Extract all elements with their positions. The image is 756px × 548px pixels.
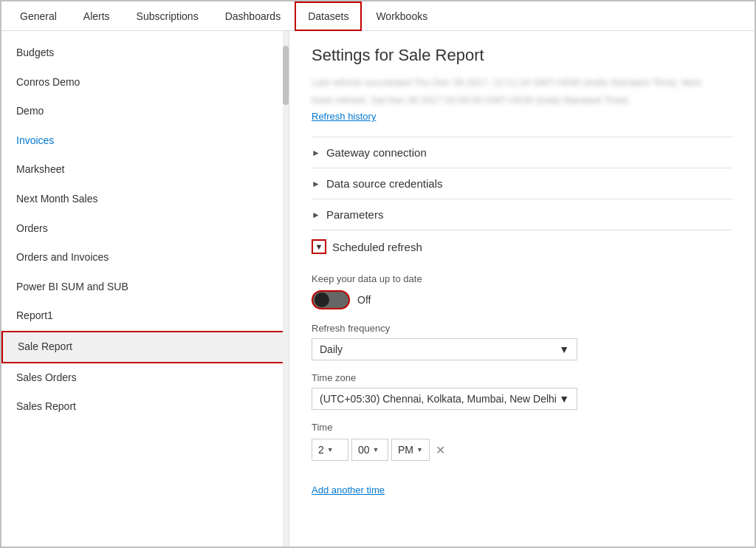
time-period-arrow: ▼ bbox=[416, 446, 423, 453]
time-minute-select[interactable]: 00 ▼ bbox=[351, 439, 388, 461]
scheduled-refresh-arrow: ▼ bbox=[312, 239, 326, 254]
time-zone-label: Time zone bbox=[312, 372, 732, 383]
tab-alerts[interactable]: Alerts bbox=[71, 1, 123, 31]
sidebar-item-marksheet[interactable]: Marksheet bbox=[1, 155, 289, 185]
tab-bar: GeneralAlertsSubscriptionsDashboardsData… bbox=[1, 1, 755, 31]
sidebar-item-demo[interactable]: Demo bbox=[1, 97, 289, 126]
keep-updated-label: Keep your data up to date bbox=[312, 273, 732, 284]
refresh-history-link[interactable]: Refresh history bbox=[312, 111, 376, 122]
sections-container: ►Gateway connection►Data source credenti… bbox=[312, 137, 732, 230]
toggle-row: Off bbox=[312, 290, 732, 309]
section-gateway[interactable]: ►Gateway connection bbox=[312, 137, 732, 168]
sidebar-item-report1[interactable]: Report1 bbox=[1, 301, 289, 331]
time-group: Time 2 ▼ 00 ▼ PM ▼ ✕ bbox=[312, 422, 732, 461]
section-arrow-data-source: ► bbox=[312, 179, 320, 189]
tab-subscriptions[interactable]: Subscriptions bbox=[124, 1, 211, 31]
sidebar: BudgetsConros DemoDemoInvoicesMarksheetN… bbox=[1, 31, 289, 548]
refresh-frequency-select[interactable]: Daily ▼ bbox=[312, 338, 577, 360]
section-label-parameters: Parameters bbox=[326, 208, 384, 221]
time-zone-arrow: ▼ bbox=[559, 393, 569, 405]
tab-workbooks[interactable]: Workbooks bbox=[363, 1, 440, 31]
refresh-frequency-group: Refresh frequency Daily ▼ bbox=[312, 323, 732, 360]
refresh-frequency-arrow: ▼ bbox=[559, 343, 569, 355]
time-zone-select[interactable]: (UTC+05:30) Chennai, Kolkata, Mumbai, Ne… bbox=[312, 388, 577, 410]
remove-time-button[interactable]: ✕ bbox=[436, 443, 445, 457]
sidebar-item-conros-demo[interactable]: Conros Demo bbox=[1, 68, 289, 97]
scheduled-refresh-header[interactable]: ▼ Scheduled refresh bbox=[312, 230, 732, 263]
sidebar-item-budgets[interactable]: Budgets bbox=[1, 38, 289, 68]
refresh-frequency-label: Refresh frequency bbox=[312, 323, 732, 334]
sidebar-item-sales-orders[interactable]: Sales Orders bbox=[1, 363, 289, 393]
time-minute-value: 00 bbox=[358, 444, 370, 456]
time-period-value: PM bbox=[398, 444, 413, 456]
section-label-data-source: Data source credentials bbox=[326, 177, 443, 190]
scheduled-refresh-label: Scheduled refresh bbox=[332, 241, 422, 253]
blurred-line1: Last refresh succeeded Thu Dec 28 2017, … bbox=[312, 75, 732, 90]
sidebar-item-orders[interactable]: Orders bbox=[1, 214, 289, 244]
time-minute-arrow: ▼ bbox=[373, 446, 379, 453]
time-zone-value: (UTC+05:30) Chennai, Kolkata, Mumbai, Ne… bbox=[320, 393, 557, 405]
settings-title: Settings for Sale Report bbox=[312, 46, 732, 65]
blurred-line2: fresh refresh: Sat Dec 30 2017 02:00:00 … bbox=[312, 93, 732, 108]
time-row: 2 ▼ 00 ▼ PM ▼ ✕ bbox=[312, 439, 732, 461]
time-period-select[interactable]: PM ▼ bbox=[391, 439, 430, 461]
time-hour-arrow: ▼ bbox=[327, 446, 334, 453]
tab-datasets[interactable]: Datasets bbox=[295, 1, 362, 31]
tab-dashboards[interactable]: Dashboards bbox=[213, 1, 294, 31]
refresh-frequency-value: Daily bbox=[320, 343, 343, 355]
section-label-gateway: Gateway connection bbox=[326, 146, 427, 159]
time-hour-value: 2 bbox=[318, 444, 324, 456]
time-label: Time bbox=[312, 422, 732, 433]
main-area: BudgetsConros DemoDemoInvoicesMarksheetN… bbox=[1, 31, 755, 548]
sidebar-item-invoices[interactable]: Invoices bbox=[1, 126, 289, 156]
section-data-source[interactable]: ►Data source credentials bbox=[312, 168, 732, 199]
sidebar-item-sales-report[interactable]: Sales Report bbox=[1, 392, 289, 422]
time-hour-select[interactable]: 2 ▼ bbox=[312, 439, 348, 461]
toggle-label: Off bbox=[357, 294, 371, 306]
section-arrow-gateway: ► bbox=[312, 148, 320, 158]
sidebar-item-next-month-sales[interactable]: Next Month Sales bbox=[1, 185, 289, 214]
right-panel: Settings for Sale Report Last refresh su… bbox=[289, 31, 755, 548]
section-parameters[interactable]: ►Parameters bbox=[312, 199, 732, 230]
add-another-time-link[interactable]: Add another time bbox=[312, 484, 385, 496]
sidebar-item-orders-and-invoices[interactable]: Orders and Invoices bbox=[1, 243, 289, 273]
toggle-knob bbox=[315, 292, 329, 307]
tab-general[interactable]: General bbox=[7, 1, 69, 31]
sidebar-item-sale-report[interactable]: Sale Report bbox=[1, 331, 289, 363]
time-zone-group: Time zone (UTC+05:30) Chennai, Kolkata, … bbox=[312, 372, 732, 410]
scheduled-refresh-toggle[interactable] bbox=[312, 290, 350, 309]
sidebar-item-power-bi-sum[interactable]: Power BI SUM and SUB bbox=[1, 273, 289, 302]
section-arrow-parameters: ► bbox=[312, 210, 320, 220]
